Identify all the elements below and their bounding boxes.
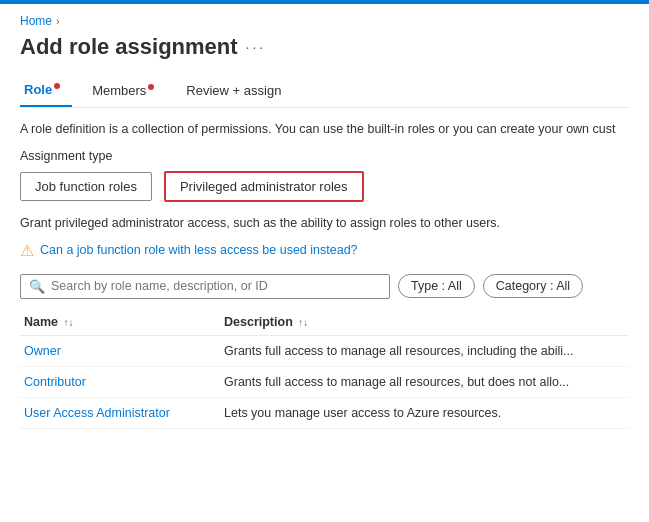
search-input[interactable] — [51, 279, 381, 293]
tab-review[interactable]: Review + assign — [182, 75, 293, 106]
search-icon: 🔍 — [29, 279, 45, 294]
tab-role[interactable]: Role — [20, 74, 72, 107]
table-row: Owner Grants full access to manage all r… — [20, 336, 629, 367]
table-row: User Access Administrator Lets you manag… — [20, 398, 629, 429]
tab-members-label: Members — [92, 83, 146, 98]
role-type-buttons: Job function roles Privileged administra… — [20, 171, 629, 202]
page-title-text: Add role assignment — [20, 34, 238, 60]
page-title-ellipsis[interactable]: ··· — [246, 39, 267, 55]
description-main: A role definition is a collection of per… — [20, 122, 615, 136]
search-box-container: 🔍 — [20, 274, 390, 299]
row-uaa-name[interactable]: User Access Administrator — [24, 406, 224, 420]
assignment-type-label: Assignment type — [20, 149, 629, 163]
warning-icon: ⚠ — [20, 241, 34, 260]
tab-role-dot — [54, 83, 60, 89]
desc-sort-icon: ↑↓ — [298, 317, 308, 328]
breadcrumb-home[interactable]: Home — [20, 14, 52, 28]
type-filter-btn[interactable]: Type : All — [398, 274, 475, 298]
row-uaa-desc: Lets you manage user access to Azure res… — [224, 406, 625, 420]
warning-text[interactable]: Can a job function role with less access… — [40, 243, 358, 257]
row-contributor-desc: Grants full access to manage all resourc… — [224, 375, 625, 389]
desc-column-header[interactable]: Description ↑↓ — [224, 315, 625, 329]
description-text: A role definition is a collection of per… — [20, 120, 629, 139]
row-owner-name[interactable]: Owner — [24, 344, 224, 358]
breadcrumb-separator: › — [56, 15, 60, 27]
name-header-label: Name — [24, 315, 58, 329]
row-owner-desc: Grants full access to manage all resourc… — [224, 344, 625, 358]
search-filter-row: 🔍 Type : All Category : All — [20, 274, 629, 299]
tab-members-dot — [148, 84, 154, 90]
job-function-role-btn[interactable]: Job function roles — [20, 172, 152, 201]
name-sort-icon: ↑↓ — [64, 317, 74, 328]
tab-review-label: Review + assign — [186, 83, 281, 98]
grant-text: Grant privileged administrator access, s… — [20, 214, 629, 233]
warning-box: ⚠ Can a job function role with less acce… — [20, 241, 629, 260]
tab-role-label: Role — [24, 82, 52, 97]
tab-members[interactable]: Members — [88, 75, 166, 106]
category-filter-btn[interactable]: Category : All — [483, 274, 583, 298]
row-contributor-name[interactable]: Contributor — [24, 375, 224, 389]
breadcrumb: Home › — [20, 14, 629, 28]
tabs-container: Role Members Review + assign — [20, 74, 629, 108]
name-column-header[interactable]: Name ↑↓ — [24, 315, 224, 329]
table-row: Contributor Grants full access to manage… — [20, 367, 629, 398]
desc-header-label: Description — [224, 315, 293, 329]
privileged-admin-role-btn[interactable]: Privileged administrator roles — [164, 171, 364, 202]
page-title: Add role assignment ··· — [20, 34, 629, 60]
table-header: Name ↑↓ Description ↑↓ — [20, 309, 629, 336]
